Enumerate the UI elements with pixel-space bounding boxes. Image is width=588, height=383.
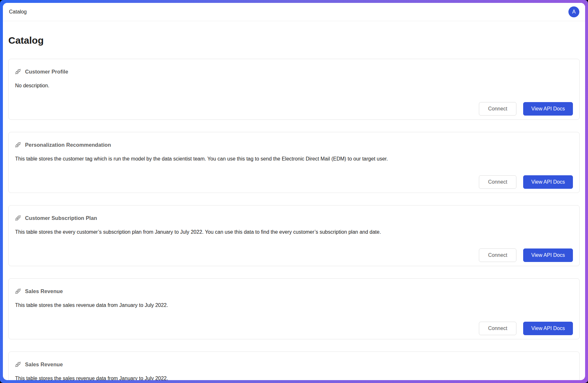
connect-button[interactable]: Connect bbox=[479, 322, 517, 335]
card-description: This table stores the every customer’s s… bbox=[15, 229, 573, 236]
catalog-card: Personalization Recommendation This tabl… bbox=[8, 132, 580, 193]
user-avatar[interactable]: A bbox=[568, 6, 579, 17]
card-title: Sales Revenue bbox=[25, 288, 63, 294]
card-description: This table stores the customer tag which… bbox=[15, 155, 573, 162]
view-api-docs-button[interactable]: View API Docs bbox=[523, 102, 573, 116]
api-icon bbox=[15, 142, 21, 148]
view-api-docs-button[interactable]: View API Docs bbox=[523, 322, 573, 335]
view-api-docs-button[interactable]: View API Docs bbox=[523, 175, 573, 189]
card-title: Customer Profile bbox=[25, 69, 68, 75]
card-header: Sales Revenue bbox=[15, 288, 573, 295]
view-api-docs-button[interactable]: View API Docs bbox=[523, 248, 573, 262]
main-content: Catalog Customer Profile No description.… bbox=[3, 21, 585, 380]
card-header: Sales Revenue bbox=[15, 361, 573, 368]
catalog-card: Customer Subscription Plan This table st… bbox=[8, 205, 580, 266]
card-actions: Connect View API Docs bbox=[15, 322, 573, 335]
card-header: Customer Profile bbox=[15, 68, 573, 75]
page-title: Catalog bbox=[8, 35, 580, 46]
card-header: Customer Subscription Plan bbox=[15, 214, 573, 222]
card-description: This table stores the sales revenue data… bbox=[15, 302, 573, 309]
card-actions: Connect View API Docs bbox=[15, 248, 573, 262]
card-description: No description. bbox=[15, 82, 573, 89]
api-icon bbox=[15, 215, 21, 221]
api-icon bbox=[15, 69, 21, 74]
catalog-card: Sales Revenue This table stores the sale… bbox=[8, 352, 580, 380]
catalog-card: Customer Profile No description. Connect… bbox=[8, 59, 580, 120]
connect-button[interactable]: Connect bbox=[479, 175, 517, 189]
card-title: Personalization Recommendation bbox=[25, 142, 111, 148]
catalog-card: Sales Revenue This table stores the sale… bbox=[8, 278, 580, 339]
card-title: Customer Subscription Plan bbox=[25, 215, 97, 221]
window-frame: Catalog A Catalog Customer Profile No de… bbox=[0, 0, 588, 383]
connect-button[interactable]: Connect bbox=[479, 102, 517, 116]
topbar: Catalog A bbox=[3, 3, 585, 21]
app-window: Catalog A Catalog Customer Profile No de… bbox=[3, 3, 585, 380]
card-actions: Connect View API Docs bbox=[15, 175, 573, 189]
api-icon bbox=[15, 361, 21, 367]
breadcrumb-catalog[interactable]: Catalog bbox=[9, 9, 27, 15]
card-title: Sales Revenue bbox=[25, 361, 63, 368]
api-icon bbox=[15, 288, 21, 294]
connect-button[interactable]: Connect bbox=[479, 248, 517, 262]
card-description: This table stores the sales revenue data… bbox=[15, 375, 573, 380]
catalog-list: Customer Profile No description. Connect… bbox=[8, 59, 580, 380]
card-header: Personalization Recommendation bbox=[15, 141, 573, 148]
card-actions: Connect View API Docs bbox=[15, 102, 573, 116]
